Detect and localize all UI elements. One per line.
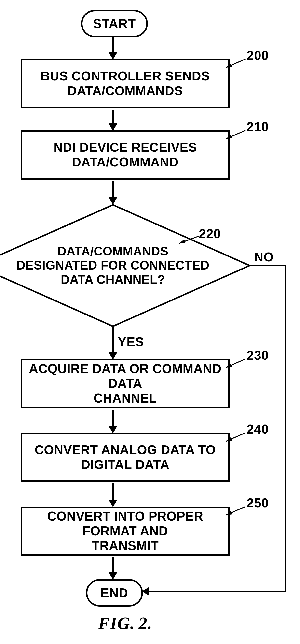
arrow-230-240 xyxy=(109,426,117,433)
arrow-220-230 xyxy=(109,352,117,360)
edge-start-200 xyxy=(112,36,114,53)
ref-220-leader xyxy=(174,232,201,247)
edge-250-end xyxy=(112,557,114,573)
arrow-240-250 xyxy=(109,500,117,507)
ref-200-leader xyxy=(221,56,248,71)
process-200-line1: BUS CONTROLLER SENDS xyxy=(41,69,210,84)
end-label: END xyxy=(101,586,128,600)
ref-210-leader xyxy=(221,128,248,142)
svg-marker-2 xyxy=(226,64,232,68)
ref-230-leader xyxy=(221,356,248,371)
ref-210: 210 xyxy=(247,119,269,134)
ref-250: 250 xyxy=(247,496,269,510)
process-230-line2: CHANNEL xyxy=(94,391,157,406)
no-label: NO xyxy=(254,250,274,264)
edge-no-h1 xyxy=(250,265,287,266)
edge-no-v xyxy=(285,265,287,592)
process-240-line1: CONVERT ANALOG DATA TO xyxy=(35,442,216,457)
process-200: BUS CONTROLLER SENDS DATA/COMMANDS xyxy=(21,59,230,108)
process-250-line2: TRANSMIT xyxy=(92,538,159,553)
figure-caption: FIG. 2. xyxy=(98,614,152,633)
svg-marker-6 xyxy=(179,239,185,244)
process-210-line2: DATA/COMMAND xyxy=(72,155,178,170)
process-210: NDI DEVICE RECEIVES DATA/COMMAND xyxy=(21,130,230,180)
arrow-250-end xyxy=(109,572,117,580)
edge-240-250 xyxy=(112,484,114,501)
process-230: ACQUIRE DATA OR COMMAND DATA CHANNEL xyxy=(21,359,230,408)
process-240: CONVERT ANALOG DATA TO DIGITAL DATA xyxy=(21,433,230,482)
ref-230: 230 xyxy=(247,348,269,363)
figure-number: 2. xyxy=(139,614,152,633)
start-label: START xyxy=(93,16,136,31)
decision-220: DATA/COMMANDS DESIGNATED FOR CONNECTED D… xyxy=(0,204,250,327)
ref-200: 200 xyxy=(247,48,269,63)
figure-prefix: FIG. xyxy=(98,614,135,633)
edge-210-220 xyxy=(112,181,114,198)
svg-marker-12 xyxy=(226,511,232,515)
svg-marker-4 xyxy=(226,135,232,139)
arrow-start-200 xyxy=(109,52,117,60)
ref-240-leader xyxy=(221,430,248,445)
ref-220: 220 xyxy=(199,226,221,241)
process-230-line1: ACQUIRE DATA OR COMMAND DATA xyxy=(27,362,223,391)
decision-220-line1: DATA/COMMANDS xyxy=(57,244,168,259)
process-210-line1: NDI DEVICE RECEIVES xyxy=(53,140,197,155)
end-terminator: END xyxy=(86,579,143,606)
ref-250-leader xyxy=(221,504,248,519)
yes-label: YES xyxy=(118,334,144,349)
process-200-line2: DATA/COMMANDS xyxy=(67,84,183,98)
arrow-200-210 xyxy=(109,124,117,131)
start-terminator: START xyxy=(81,10,148,38)
decision-220-line2: DESIGNATED FOR CONNECTED xyxy=(16,258,209,273)
arrow-210-220 xyxy=(109,197,117,204)
process-250-line1: CONVERT INTO PROPER FORMAT AND xyxy=(27,509,223,538)
edge-220-230 xyxy=(112,326,114,353)
svg-marker-10 xyxy=(226,437,232,442)
process-250: CONVERT INTO PROPER FORMAT AND TRANSMIT xyxy=(21,506,230,556)
arrow-no-end xyxy=(142,587,149,596)
decision-220-line3: DATA CHANNEL? xyxy=(61,273,165,287)
ref-240: 240 xyxy=(247,422,269,436)
process-240-line2: DIGITAL DATA xyxy=(81,457,169,472)
edge-no-h2 xyxy=(149,591,287,592)
edge-230-240 xyxy=(112,410,114,427)
edge-200-210 xyxy=(112,110,114,124)
svg-marker-8 xyxy=(226,364,232,368)
